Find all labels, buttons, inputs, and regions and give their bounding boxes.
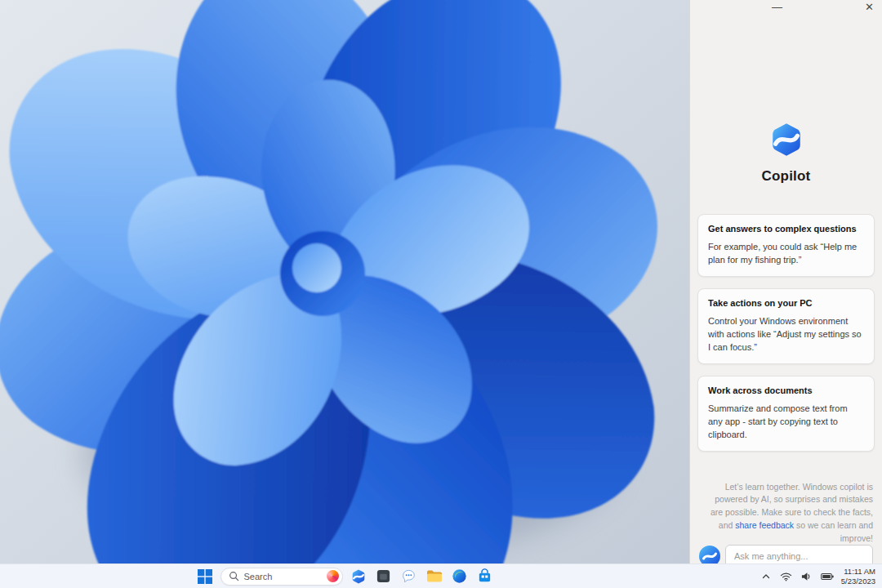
task-view-icon [376,568,391,584]
start-button[interactable] [195,567,215,586]
edge-icon [452,568,467,584]
suggestion-card-documents[interactable]: Work across documents Summarize and comp… [697,376,875,452]
chat-icon [401,568,416,584]
card-body: Summarize and compose text from any app … [708,403,864,442]
battery-icon [821,572,834,581]
store-icon [477,568,492,584]
chat-button[interactable] [399,567,419,586]
card-body: Control your Windows environment with ac… [708,315,864,354]
suggestion-cards: Get answers to complex questions For exa… [690,214,882,463]
close-button[interactable]: ✕ [865,2,874,12]
card-title: Get answers to complex questions [708,224,864,234]
screen: — ✕ Copilot [0,0,882,588]
desktop-wallpaper [0,0,689,564]
copilot-logo-icon [768,121,805,158]
file-explorer-button[interactable] [425,567,444,586]
system-tray: 11:11 AM 5/23/2023 [760,564,877,588]
clock-date: 5/23/2023 [841,577,875,586]
taskbar: Search [0,564,882,588]
copilot-icon [350,568,367,585]
tray-chevron-button[interactable] [760,570,773,583]
wifi-button[interactable] [778,570,794,583]
clock-time: 11:11 AM [841,567,875,576]
card-title: Take actions on your PC [708,298,864,308]
task-view-button[interactable] [374,567,394,586]
card-title: Work across documents [708,385,864,395]
copilot-panel: — ✕ Copilot [689,0,882,564]
copilot-taskbar-button[interactable] [349,567,368,586]
volume-icon [801,572,812,581]
windows-logo-icon [198,569,212,584]
bloom-wallpaper-graphic [0,0,689,564]
ai-disclaimer: Let’s learn together. Windows copilot is… [703,481,873,546]
edge-button[interactable] [450,567,470,586]
wifi-icon [780,572,792,581]
disclaimer-text: so we can learn and improve! [794,520,873,543]
card-body: For example, you could ask “Help me plan… [708,241,864,267]
battery-button[interactable] [819,571,835,582]
share-feedback-link[interactable]: share feedback [735,520,794,530]
suggestion-card-answers[interactable]: Get answers to complex questions For exa… [697,214,875,277]
copilot-title: Copilot [762,168,811,185]
chevron-up-icon [761,572,771,581]
store-button[interactable] [475,567,495,586]
search-highlights-icon [327,570,339,582]
volume-button[interactable] [800,570,813,583]
minimize-button[interactable]: — [772,2,782,12]
search-label: Search [244,572,322,581]
panel-window-controls: — ✕ [690,0,882,16]
file-explorer-icon [426,569,443,583]
taskbar-center: Search [0,564,689,588]
copilot-header: Copilot [690,121,882,185]
suggestion-card-actions[interactable]: Take actions on your PC Control your Win… [697,288,875,364]
search-icon [229,571,239,581]
clock[interactable]: 11:11 AM 5/23/2023 [841,567,877,586]
taskbar-search-box[interactable]: Search [220,568,343,586]
